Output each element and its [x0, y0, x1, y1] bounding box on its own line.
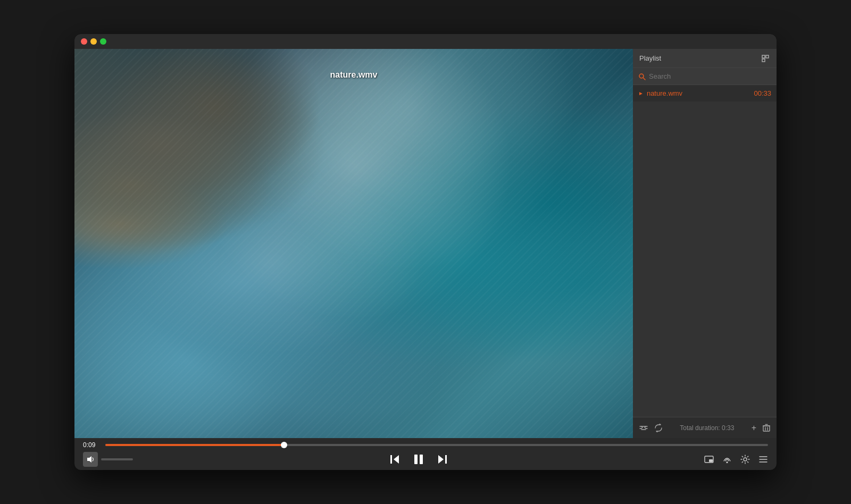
maximize-button[interactable] [100, 38, 106, 45]
title-bar [74, 34, 777, 49]
svg-point-3 [639, 74, 644, 78]
volume-slider[interactable] [101, 458, 133, 460]
app-window: nature.wmv Playlist [74, 34, 777, 470]
playlist-close-button[interactable] [761, 54, 770, 63]
playback-controls [133, 453, 704, 465]
play-indicator-icon: ► [638, 90, 644, 96]
minimize-button[interactable] [90, 38, 97, 45]
video-background [74, 49, 633, 438]
close-button[interactable] [81, 38, 87, 45]
playlist-search-bar[interactable] [633, 68, 777, 85]
settings-button[interactable] [740, 455, 750, 464]
video-title: nature.wmv [330, 70, 378, 80]
video-area[interactable]: nature.wmv [74, 49, 633, 438]
add-button[interactable]: + [752, 423, 756, 433]
previous-button[interactable] [389, 454, 400, 465]
playlist-items: ► nature.wmv 00:33 [633, 85, 777, 417]
progress-fill [105, 444, 284, 446]
next-button[interactable] [437, 454, 448, 465]
main-content: nature.wmv Playlist [74, 49, 777, 438]
current-time: 0:09 [83, 441, 100, 449]
controls-row [83, 452, 768, 467]
svg-rect-2 [762, 59, 765, 62]
repeat-button[interactable] [654, 424, 663, 432]
svg-rect-13 [414, 455, 418, 464]
pip-button[interactable] [704, 455, 714, 464]
svg-marker-19 [726, 461, 728, 463]
delete-button[interactable] [763, 424, 770, 432]
svg-rect-18 [709, 459, 713, 462]
airplay-button[interactable] [722, 455, 732, 464]
svg-rect-12 [390, 455, 392, 464]
item-filename: nature.wmv [647, 89, 751, 97]
pause-button[interactable] [413, 453, 424, 465]
list-item[interactable]: ► nature.wmv 00:33 [633, 85, 777, 102]
svg-rect-14 [420, 455, 423, 464]
traffic-lights [81, 38, 106, 45]
controls-bar: 0:09 [74, 438, 777, 470]
playlist-footer: Total duration: 0:33 + [633, 417, 777, 438]
search-icon [638, 73, 646, 80]
svg-line-4 [644, 78, 646, 80]
progress-thumb[interactable] [281, 442, 287, 448]
svg-rect-5 [763, 426, 770, 431]
svg-marker-10 [87, 456, 91, 463]
total-duration: Total duration: 0:33 [669, 424, 745, 432]
playlist-title: Playlist [639, 54, 661, 62]
playlist-panel: Playlist [633, 49, 777, 438]
right-controls [704, 455, 768, 464]
svg-rect-16 [445, 455, 447, 464]
svg-marker-15 [438, 455, 444, 464]
svg-rect-1 [766, 55, 769, 58]
playlist-header: Playlist [633, 49, 777, 68]
progress-bar[interactable] [105, 444, 768, 446]
shuffle-button[interactable] [639, 424, 648, 432]
progress-row: 0:09 [83, 441, 768, 449]
svg-marker-11 [394, 455, 399, 464]
volume-button[interactable] [83, 452, 98, 467]
volume-section [83, 452, 133, 467]
svg-rect-0 [762, 55, 765, 58]
svg-point-20 [744, 458, 747, 461]
item-duration: 00:33 [754, 89, 771, 97]
playlist-toggle-button[interactable] [758, 455, 768, 464]
search-input[interactable] [649, 72, 771, 80]
